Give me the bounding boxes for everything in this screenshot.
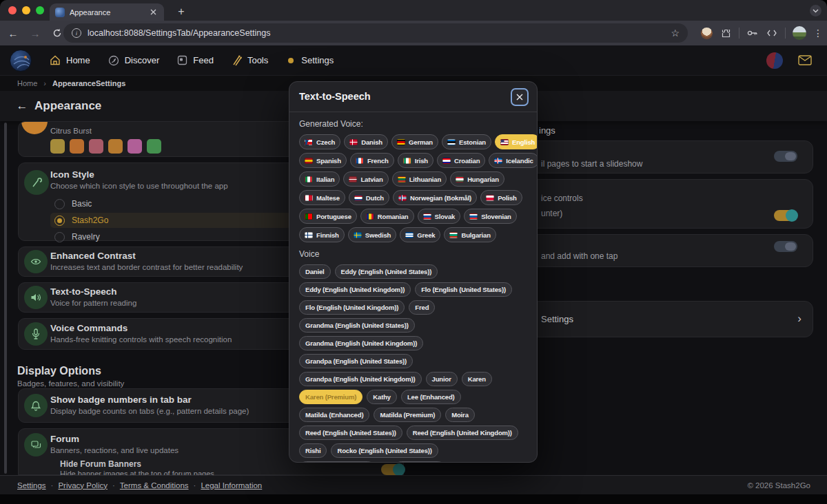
language-chip[interactable]: French <box>350 153 394 168</box>
voice-chip[interactable]: Matilda (Premium) <box>374 408 441 422</box>
minimize-window-button[interactable] <box>22 6 30 14</box>
url-bar[interactable]: i localhost:8088/SettingsTab/AppearanceS… <box>63 23 688 43</box>
language-chip[interactable]: Bulgarian <box>444 227 496 242</box>
language-chip[interactable]: German <box>391 134 438 149</box>
language-chip[interactable]: Estonian <box>442 134 491 149</box>
footer-link[interactable]: Terms & Conditions <box>120 481 189 490</box>
back-button[interactable]: ← <box>4 24 22 42</box>
voice-chip[interactable]: Eddy (English (United Kingdom)) <box>299 282 411 297</box>
flag-icon <box>494 158 502 164</box>
language-chip[interactable]: Greek <box>400 227 440 242</box>
footer: Settings·Privacy Policy·Terms & Conditio… <box>0 475 827 494</box>
language-chip[interactable]: Spanish <box>299 153 347 168</box>
voice-chip[interactable]: Moira <box>445 408 475 422</box>
color-swatch[interactable] <box>127 139 142 154</box>
nav-item-tools[interactable]: Tools <box>232 55 268 66</box>
language-chip[interactable]: Italian <box>299 171 340 187</box>
language-chip[interactable]: Portuguese <box>299 209 357 224</box>
bookmark-star-icon[interactable]: ☆ <box>671 28 680 39</box>
language-chip[interactable]: Swedish <box>348 227 397 242</box>
voice-chip[interactable]: Karen <box>462 372 492 386</box>
nav-item-discover[interactable]: Discover <box>108 55 160 66</box>
forum-title: Forum <box>50 434 79 444</box>
voice-chip-partial[interactable] <box>394 461 445 463</box>
voice-chip[interactable]: Junior <box>426 372 458 386</box>
browser-menu-icon[interactable]: ⋮ <box>813 28 823 39</box>
language-chip[interactable]: Irish <box>398 153 433 168</box>
voice-chip[interactable]: Kathy <box>367 390 397 404</box>
voice-chip[interactable]: Eddy (English (United States)) <box>335 264 438 279</box>
color-swatch[interactable] <box>70 139 84 154</box>
password-key-icon[interactable] <box>746 27 759 39</box>
nav-item-feed[interactable]: Feed <box>177 55 214 65</box>
voice-chip[interactable]: Lee (Enhanced) <box>401 390 461 404</box>
language-chip[interactable]: Croatian <box>437 153 485 168</box>
language-chip[interactable]: Czech <box>299 134 340 149</box>
voice-chip[interactable]: Grandpa (English (United States)) <box>299 354 413 368</box>
modal-close-button[interactable] <box>511 88 529 106</box>
voice-chip[interactable]: Grandma (English (United Kingdom)) <box>299 336 423 350</box>
extension-icon[interactable] <box>701 28 713 39</box>
slideshow-toggle[interactable] <box>774 151 797 162</box>
zoom-window-button[interactable] <box>36 6 44 14</box>
voice-chip[interactable]: Karen (Premium) <box>299 390 363 404</box>
tab-close-icon[interactable] <box>147 7 159 18</box>
footer-link[interactable]: Legal Information <box>201 481 262 490</box>
language-chip[interactable]: Dutch <box>349 190 389 205</box>
color-swatch[interactable] <box>147 139 161 154</box>
hide-forum-banners-toggle[interactable] <box>381 464 405 475</box>
language-chip[interactable]: Slovak <box>418 209 461 224</box>
browser-tab[interactable]: Appearance <box>50 3 164 21</box>
nav-item-settings[interactable]: Settings <box>286 55 334 65</box>
back-arrow-icon[interactable]: ← <box>14 98 30 114</box>
color-swatch[interactable] <box>108 139 123 154</box>
voice-chip[interactable]: Flo (English (United Kingdom)) <box>299 300 405 315</box>
app-logo[interactable] <box>10 50 32 72</box>
language-chip[interactable]: Polish <box>480 190 522 205</box>
voice-chip[interactable]: Rocko (English (United States)) <box>331 443 438 458</box>
language-chip[interactable]: Maltese <box>299 190 345 205</box>
language-chip[interactable]: Norwegian (Bokmål) <box>393 190 477 205</box>
voice-chip[interactable]: Grandpa (English (United Kingdom)) <box>299 372 422 386</box>
voice-controls-toggle[interactable] <box>774 210 797 221</box>
footer-link[interactable]: Privacy Policy <box>58 481 108 490</box>
close-window-button[interactable] <box>8 6 17 14</box>
voice-chip-partial[interactable] <box>299 461 375 463</box>
voice-chip[interactable]: Grandma (English (United States)) <box>299 318 415 333</box>
browser-profile-avatar[interactable] <box>793 26 806 40</box>
new-tab-button[interactable]: + <box>174 4 189 19</box>
scroll-indicator[interactable] <box>4 123 7 474</box>
extensions-puzzle-icon[interactable] <box>719 27 732 39</box>
settings-icon <box>286 56 296 65</box>
user-avatar[interactable] <box>766 52 783 69</box>
language-chip[interactable]: English <box>495 134 538 149</box>
voice-chip[interactable]: Matilda (Enhanced) <box>299 408 369 422</box>
language-chip[interactable]: Hungarian <box>450 171 504 187</box>
voice-chip[interactable]: Flo (English (United States)) <box>415 282 512 297</box>
language-chip[interactable]: Lithuanian <box>392 171 447 187</box>
color-swatch[interactable] <box>89 139 103 154</box>
color-swatch[interactable] <box>50 139 65 154</box>
voice-chip[interactable]: Reed (English (United States)) <box>299 426 402 440</box>
dev-code-icon[interactable] <box>766 27 778 39</box>
footer-link[interactable]: Settings <box>17 481 46 490</box>
voice-chip[interactable]: Daniel <box>299 264 331 279</box>
voice-chip[interactable]: Fred <box>409 300 435 315</box>
language-chip[interactable]: Slovenian <box>464 209 517 224</box>
tab-search-button[interactable] <box>810 5 821 17</box>
language-chip[interactable]: Romanian <box>360 209 414 224</box>
one-tap-toggle[interactable] <box>774 241 797 252</box>
language-chip[interactable]: Latvian <box>343 171 388 187</box>
site-info-icon[interactable]: i <box>72 28 81 38</box>
icon-style-subtitle: Choose which icon style to use throughou… <box>50 182 228 190</box>
language-chip[interactable]: Icelandic <box>489 153 538 168</box>
language-chip[interactable]: Danish <box>344 134 388 149</box>
breadcrumb-home[interactable]: Home <box>17 79 37 87</box>
flag-icon <box>349 176 357 182</box>
voice-chip[interactable]: Rishi <box>299 443 327 458</box>
nav-item-home[interactable]: Home <box>50 55 90 65</box>
forward-button[interactable]: → <box>26 24 44 42</box>
voice-chip[interactable]: Reed (English (United Kingdom)) <box>407 426 518 440</box>
language-chip[interactable]: Finnish <box>299 227 345 242</box>
messages-icon[interactable] <box>798 55 812 65</box>
